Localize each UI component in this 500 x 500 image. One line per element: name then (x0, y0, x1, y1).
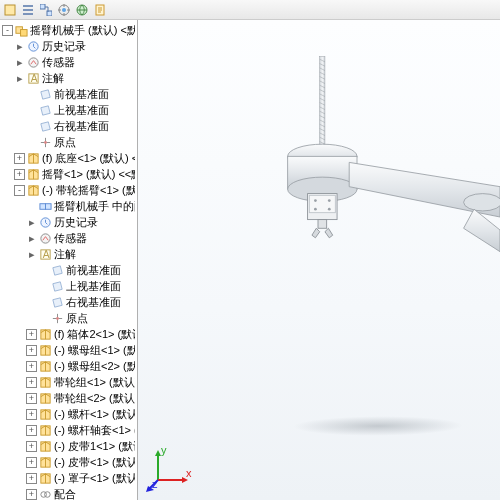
tree-node-label: 带轮组<2> (默认) (54, 391, 135, 406)
expand-icon[interactable]: + (26, 409, 37, 420)
svg-point-71 (328, 199, 331, 202)
tree-node[interactable]: +带轮组<2> (默认) (0, 390, 137, 406)
expand-icon[interactable]: + (14, 169, 25, 180)
tree-node-label: 原点 (54, 135, 76, 150)
plane-icon (50, 295, 64, 309)
tree-node-label: (-) 螺杆<1> (默认) (54, 407, 135, 422)
part-icon (38, 423, 52, 437)
view-triad[interactable]: y x z (146, 444, 194, 492)
tree-node[interactable]: +(-) 螺杆<1> (默认) (0, 406, 137, 422)
tree-node-label: 注解 (42, 71, 64, 86)
hist-icon (26, 39, 40, 53)
tree-node[interactable]: 前视基准面 (0, 86, 137, 102)
expand-icon[interactable]: + (26, 457, 37, 468)
tree-branch-icon: ▸ (26, 249, 37, 260)
tree-node[interactable]: +配合 (0, 486, 137, 500)
expand-icon[interactable]: - (2, 25, 13, 36)
tree-node[interactable]: ▸历史记录 (0, 214, 137, 230)
tree-node[interactable]: ▸传感器 (0, 230, 137, 246)
tb-cube-icon[interactable] (2, 2, 18, 18)
tree-node[interactable]: 原点 (0, 310, 137, 326)
model-render (188, 40, 500, 420)
tree-node[interactable]: ▸传感器 (0, 54, 137, 70)
graphics-viewport[interactable]: y x z (138, 20, 500, 500)
tree-node[interactable]: -(-) 带轮摇臂<1> (默认) (0, 182, 137, 198)
tb-target-icon[interactable] (56, 2, 72, 18)
svg-point-35 (44, 491, 50, 497)
expand-icon[interactable]: + (14, 153, 25, 164)
tree-node[interactable]: +(-) 螺母组<2> (默认 (0, 358, 137, 374)
tree-node[interactable]: -摇臂机械手 (默认) <默认_显 (0, 22, 137, 38)
svg-rect-1 (40, 4, 45, 9)
expand-icon[interactable]: + (26, 425, 37, 436)
expand-icon[interactable]: + (26, 393, 37, 404)
svg-point-13 (44, 141, 47, 144)
expand-icon[interactable]: + (26, 361, 37, 372)
tb-tree-icon[interactable] (38, 2, 54, 18)
part-icon (26, 167, 40, 181)
tree-node[interactable]: ▸A注解 (0, 246, 137, 262)
tree-branch-icon (26, 105, 37, 116)
expand-icon[interactable]: + (26, 377, 37, 388)
tree-branch-icon: ▸ (26, 233, 37, 244)
expand-icon[interactable]: + (26, 473, 37, 484)
tree-node[interactable]: +(f) 箱体2<1> (默认 (0, 326, 137, 342)
triad-y-label: y (161, 444, 167, 456)
part-icon (38, 455, 52, 469)
part-icon (38, 439, 52, 453)
part-icon (38, 343, 52, 357)
tree-branch-icon (38, 297, 49, 308)
tb-globe-icon[interactable] (74, 2, 90, 18)
tree-node[interactable]: 摇臂机械手 中的配 (0, 198, 137, 214)
part-icon (38, 407, 52, 421)
part-icon (38, 327, 52, 341)
svg-point-67 (464, 194, 500, 211)
feature-tree[interactable]: -摇臂机械手 (默认) <默认_显▸历史记录▸传感器▸A注解前视基准面上视基准面… (0, 20, 138, 500)
tree-node[interactable]: +(-) 皮带<1> (默认) (0, 454, 137, 470)
tree-node-label: 摇臂机械手 (默认) <默认_显 (30, 23, 135, 38)
tree-node[interactable]: +(-) 螺母组<1> (默认 (0, 342, 137, 358)
tree-node[interactable]: 原点 (0, 134, 137, 150)
tree-node[interactable]: +摇臂<1> (默认) <<默认... (0, 166, 137, 182)
tree-node[interactable]: +(f) 底座<1> (默认) <<默 (0, 150, 137, 166)
tb-list-icon[interactable] (20, 2, 36, 18)
svg-point-73 (328, 208, 331, 211)
tree-node-label: 传感器 (54, 231, 87, 246)
tree-branch-icon: ▸ (14, 57, 25, 68)
expand-icon[interactable]: + (26, 441, 37, 452)
orig-icon (38, 135, 52, 149)
expand-icon[interactable]: + (26, 489, 37, 500)
expand-icon[interactable]: + (26, 329, 37, 340)
svg-point-10 (28, 57, 37, 66)
hist-icon (38, 215, 52, 229)
expand-icon[interactable]: - (14, 185, 25, 196)
tree-node[interactable]: ▸A注解 (0, 70, 137, 86)
top-toolbar (0, 0, 500, 20)
plane-icon (50, 263, 64, 277)
expand-icon[interactable]: + (26, 345, 37, 356)
svg-rect-17 (39, 203, 45, 209)
tree-node-label: 前视基准面 (66, 263, 121, 278)
tree-node[interactable]: 上视基准面 (0, 278, 137, 294)
tree-node-label: (f) 箱体2<1> (默认 (54, 327, 135, 342)
svg-rect-18 (45, 203, 51, 209)
tree-node[interactable]: +(-) 螺杆轴套<1> (默 (0, 422, 137, 438)
tree-node[interactable]: +带轮组<1> (默认) (0, 374, 137, 390)
tree-node[interactable]: +(-) 皮带1<1> (默认 (0, 438, 137, 454)
tree-branch-icon (38, 265, 49, 276)
tree-node[interactable]: 上视基准面 (0, 102, 137, 118)
tb-book-icon[interactable] (92, 2, 108, 18)
tree-node[interactable]: ▸历史记录 (0, 38, 137, 54)
tree-branch-icon: ▸ (14, 73, 25, 84)
tree-node[interactable]: 右视基准面 (0, 118, 137, 134)
tree-node[interactable]: +(-) 罩子<1> (默认) << (0, 470, 137, 486)
svg-point-20 (40, 233, 49, 242)
tree-branch-icon (26, 137, 37, 148)
mate-icon (38, 199, 52, 213)
tree-node-label: 上视基准面 (54, 103, 109, 118)
tree-node-label: 摇臂机械手 中的配 (54, 199, 135, 214)
tree-node[interactable]: 右视基准面 (0, 294, 137, 310)
tree-node-label: (-) 皮带1<1> (默认 (54, 439, 135, 454)
tree-node[interactable]: 前视基准面 (0, 262, 137, 278)
main-area: -摇臂机械手 (默认) <默认_显▸历史记录▸传感器▸A注解前视基准面上视基准面… (0, 20, 500, 500)
